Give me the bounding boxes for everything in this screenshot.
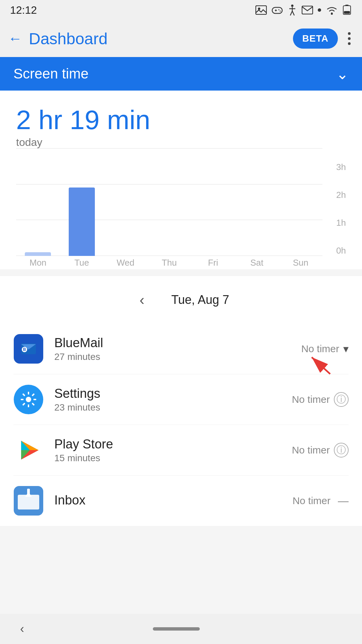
inbox-timer-label: No timer	[293, 495, 330, 506]
more-options-button[interactable]	[345, 29, 354, 48]
settings-name: Settings	[54, 386, 292, 401]
playstore-time: 15 minutes	[54, 453, 292, 464]
wifi-icon	[326, 5, 338, 15]
chart-y-labels: 3h 2h 1h 0h	[326, 162, 346, 256]
bluemail-timer-dropdown-icon[interactable]: ▾	[343, 342, 349, 355]
app-item-bluemail: B BlueMail 27 minutes No timer ▾	[13, 324, 349, 374]
date-navigation: ‹ Tue, Aug 7	[0, 276, 362, 324]
bluemail-icon-wrap: B	[13, 334, 44, 364]
image-icon	[255, 5, 267, 15]
prev-date-button[interactable]: ‹	[133, 288, 151, 312]
x-label-sun: Sun	[279, 256, 322, 269]
svg-rect-16	[344, 11, 350, 14]
top-bar: ← Dashboard BETA	[0, 20, 362, 57]
svg-rect-12	[302, 6, 313, 14]
settings-timer-info-icon[interactable]: ⓘ	[334, 392, 349, 407]
svg-rect-0	[256, 6, 266, 14]
settings-icon	[14, 385, 43, 414]
status-time: 12:12	[10, 4, 37, 16]
bottom-nav: ‹	[0, 614, 362, 644]
svg-line-10	[290, 11, 292, 15]
bar-sun	[279, 162, 322, 256]
screen-time-label: Screen time	[13, 66, 336, 82]
inbox-info: Inbox	[54, 493, 293, 509]
x-label-tue: Tue	[60, 256, 104, 269]
x-label-fri: Fri	[191, 256, 235, 269]
beta-badge: BETA	[293, 29, 338, 49]
playstore-timer[interactable]: No timer ⓘ	[292, 443, 349, 458]
settings-icon-wrap	[13, 384, 44, 415]
bluemail-timer-label: No timer	[301, 343, 339, 355]
bluemail-time: 27 minutes	[54, 352, 301, 362]
red-arrow-annotation	[305, 354, 332, 377]
svg-point-6	[280, 11, 281, 12]
x-label-wed: Wed	[104, 256, 147, 269]
x-label-sat: Sat	[235, 256, 279, 269]
current-date-label: Tue, Aug 7	[171, 293, 229, 307]
grid-line-3h	[16, 148, 322, 149]
screen-time-chevron-icon[interactable]: ⌄	[336, 65, 349, 83]
chart-x-labels: Mon Tue Wed Thu Fri Sat Sun	[16, 256, 322, 269]
playstore-timer-label: No timer	[292, 444, 330, 456]
chart-bars-area	[16, 162, 322, 256]
app-list: B BlueMail 27 minutes No timer ▾	[0, 324, 362, 526]
inbox-timer-dash-icon: —	[338, 495, 349, 507]
settings-time: 23 minutes	[54, 402, 292, 413]
playstore-name: Play Store	[54, 437, 292, 451]
bottom-back-button[interactable]: ‹	[20, 622, 24, 636]
svg-point-7	[291, 5, 294, 7]
svg-point-25	[26, 397, 31, 402]
svg-line-23	[312, 357, 330, 374]
y-label-2h: 2h	[336, 190, 346, 200]
settings-timer-label: No timer	[292, 394, 330, 405]
app-item-inbox: Inbox No timer —	[13, 476, 349, 526]
svg-rect-15	[345, 5, 349, 6]
back-button[interactable]: ←	[8, 31, 22, 47]
inbox-icon-wrap	[13, 486, 44, 516]
status-dot	[318, 8, 321, 12]
bluemail-name: BlueMail	[54, 336, 301, 350]
x-label-thu: Thu	[147, 256, 191, 269]
y-label-3h: 3h	[336, 162, 346, 172]
email-icon	[302, 6, 313, 14]
settings-info: Settings 23 minutes	[54, 386, 292, 413]
inbox-timer[interactable]: No timer —	[293, 495, 349, 507]
page-title: Dashboard	[29, 30, 293, 48]
bar-thu	[147, 162, 191, 256]
total-screen-time: 2 hr 19 min	[16, 107, 346, 133]
playstore-icon-wrap	[13, 435, 44, 465]
svg-point-5	[279, 9, 280, 10]
bluemail-icon: B	[14, 334, 43, 364]
bluemail-timer[interactable]: No timer ▾	[301, 342, 349, 355]
main-content: 2 hr 19 min today 3h 2h 1h 0h	[0, 91, 362, 269]
battery-icon	[343, 4, 352, 16]
playstore-icon	[14, 435, 43, 465]
svg-point-1	[258, 8, 260, 10]
usage-chart: 3h 2h 1h 0h	[16, 162, 346, 269]
playstore-timer-info-icon[interactable]: ⓘ	[334, 443, 349, 458]
status-bar: 12:12	[0, 0, 362, 20]
time-period-label: today	[16, 136, 346, 149]
app-item-playstore: Play Store 15 minutes No timer ⓘ	[13, 425, 349, 476]
bar-wed	[104, 162, 147, 256]
svg-rect-41	[18, 495, 39, 509]
bluemail-info: BlueMail 27 minutes	[54, 336, 301, 362]
settings-timer[interactable]: No timer ⓘ	[292, 392, 349, 407]
svg-line-11	[292, 11, 294, 15]
svg-rect-2	[272, 7, 282, 13]
bar-sat	[235, 162, 279, 256]
chart-bars	[16, 162, 322, 256]
app-item-settings: Settings 23 minutes No timer ⓘ	[13, 374, 349, 425]
x-label-mon: Mon	[16, 256, 60, 269]
bar-fri	[191, 162, 235, 256]
y-label-0h: 0h	[336, 246, 346, 256]
playstore-info: Play Store 15 minutes	[54, 437, 292, 464]
screen-time-header[interactable]: Screen time ⌄	[0, 57, 362, 91]
svg-rect-43	[27, 489, 30, 497]
gamepad-icon	[272, 5, 283, 15]
y-label-1h: 1h	[336, 218, 346, 228]
status-icons	[255, 4, 352, 16]
home-pill[interactable]	[153, 627, 200, 631]
svg-text:B: B	[23, 347, 26, 352]
bar-mon	[16, 162, 60, 256]
